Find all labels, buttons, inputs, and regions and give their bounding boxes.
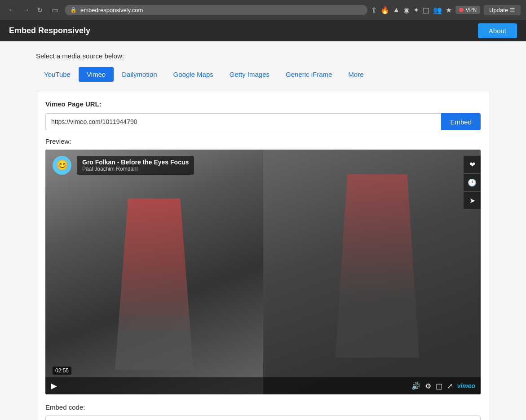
video-background bbox=[45, 150, 481, 394]
url-label: Vimeo Page URL: bbox=[45, 100, 481, 108]
nav-buttons: ← → ↻ bbox=[5, 4, 45, 16]
vimeo-side-actions: ❤ 🕐 ➤ bbox=[464, 156, 481, 209]
tab-generic-iframe[interactable]: Generic iFrame bbox=[278, 67, 340, 82]
tab-vimeo[interactable]: Vimeo bbox=[79, 67, 114, 82]
profile-icon[interactable]: 👥 bbox=[433, 6, 442, 14]
bookmark-icon[interactable]: ▭ bbox=[49, 4, 61, 16]
vimeo-video-subtitle: Paal Joachim Romdahl bbox=[82, 166, 189, 172]
tab-youtube[interactable]: YouTube bbox=[36, 67, 79, 82]
url-text: embedresponsively.com bbox=[80, 7, 362, 13]
extension-icon-2[interactable]: ▲ bbox=[393, 6, 400, 14]
tab-dailymotion[interactable]: Dailymotion bbox=[114, 67, 165, 82]
share-icon[interactable]: ⇧ bbox=[371, 6, 377, 14]
address-bar[interactable]: 🔒 embedresponsively.com bbox=[65, 5, 367, 15]
embed-button[interactable]: Embed bbox=[441, 113, 481, 130]
reload-button[interactable]: ↻ bbox=[34, 4, 45, 16]
browser-chrome: ← → ↻ ▭ 🔒 embedresponsively.com ⇧ 🔥 ▲ ◉ … bbox=[0, 0, 526, 20]
vimeo-volume-button[interactable]: 🔊 bbox=[411, 382, 420, 390]
vimeo-watchlater-button[interactable]: 🕐 bbox=[464, 174, 481, 191]
media-source-tabs: YouTube Vimeo Dailymotion Google Maps Ge… bbox=[36, 67, 490, 82]
tab-more[interactable]: More bbox=[340, 67, 371, 82]
vpn-status-dot bbox=[459, 8, 464, 12]
update-label: Update bbox=[489, 7, 508, 13]
browser-actions: ⇧ 🔥 ▲ ◉ ✦ ◫ 👥 ★ VPN Update ☰ bbox=[371, 5, 521, 15]
hamburger-icon: ☰ bbox=[510, 7, 515, 13]
sidebar-icon[interactable]: ◫ bbox=[423, 6, 429, 14]
star-icon[interactable]: ★ bbox=[446, 6, 452, 14]
extension-icon-3[interactable]: ✦ bbox=[413, 6, 419, 14]
vimeo-bottom-bar: ▶ 🔊 ⚙ ◫ ⤢ vimeo bbox=[45, 377, 481, 394]
vimeo-play-button[interactable]: ▶ bbox=[51, 381, 57, 391]
back-button[interactable]: ← bbox=[5, 4, 18, 16]
vpn-label: VPN bbox=[465, 7, 477, 13]
vimeo-controls: 🔊 ⚙ ◫ ⤢ vimeo bbox=[411, 382, 475, 390]
site-title: Embed Responsively bbox=[9, 26, 90, 35]
forward-button[interactable]: → bbox=[20, 4, 32, 16]
video-inner: 😊 Gro Folkan - Before the Eyes Focus Paa… bbox=[45, 150, 481, 394]
preview-label: Preview: bbox=[45, 137, 481, 145]
video-timestamp: 02:55 bbox=[53, 367, 71, 375]
vimeo-pip-button[interactable]: ◫ bbox=[436, 382, 442, 390]
url-input-row: Embed bbox=[45, 113, 481, 130]
lock-icon: 🔒 bbox=[70, 7, 77, 13]
tab-getty-images[interactable]: Getty Images bbox=[221, 67, 278, 82]
embed-card: Vimeo Page URL: Embed Preview: 😊 Gro Fol… bbox=[36, 91, 490, 420]
select-label: Select a media source below: bbox=[36, 52, 490, 60]
embed-code-label: Embed code: bbox=[45, 403, 481, 411]
top-nav: Embed Responsively About bbox=[0, 20, 526, 41]
tab-google-maps[interactable]: Google Maps bbox=[165, 67, 221, 82]
main-content: Select a media source below: YouTube Vim… bbox=[0, 41, 526, 420]
url-input[interactable] bbox=[45, 113, 441, 130]
video-preview: 😊 Gro Folkan - Before the Eyes Focus Paa… bbox=[45, 150, 481, 394]
extension-icon-1[interactable]: 🔥 bbox=[380, 6, 389, 14]
embed-code-textarea[interactable]: <style>.embed-container { position: rela… bbox=[45, 416, 481, 420]
vimeo-share-button[interactable]: ➤ bbox=[464, 192, 481, 209]
artwork-right bbox=[263, 150, 481, 394]
vimeo-title-block: Gro Folkan - Before the Eyes Focus Paal … bbox=[77, 156, 194, 175]
vpn-badge[interactable]: VPN bbox=[455, 6, 480, 14]
vimeo-top-bar: 😊 Gro Folkan - Before the Eyes Focus Paa… bbox=[45, 150, 481, 181]
shield-icon[interactable]: ◉ bbox=[403, 6, 410, 14]
vimeo-like-button[interactable]: ❤ bbox=[464, 156, 481, 173]
update-button[interactable]: Update ☰ bbox=[484, 5, 521, 15]
vimeo-fullscreen-button[interactable]: ⤢ bbox=[447, 382, 453, 390]
artwork-left bbox=[45, 150, 263, 394]
about-button[interactable]: About bbox=[478, 23, 517, 38]
vimeo-logo: vimeo bbox=[457, 382, 475, 389]
vimeo-avatar: 😊 bbox=[53, 156, 71, 175]
vimeo-video-title: Gro Folkan - Before the Eyes Focus bbox=[82, 159, 189, 166]
vimeo-settings-button[interactable]: ⚙ bbox=[425, 382, 431, 390]
